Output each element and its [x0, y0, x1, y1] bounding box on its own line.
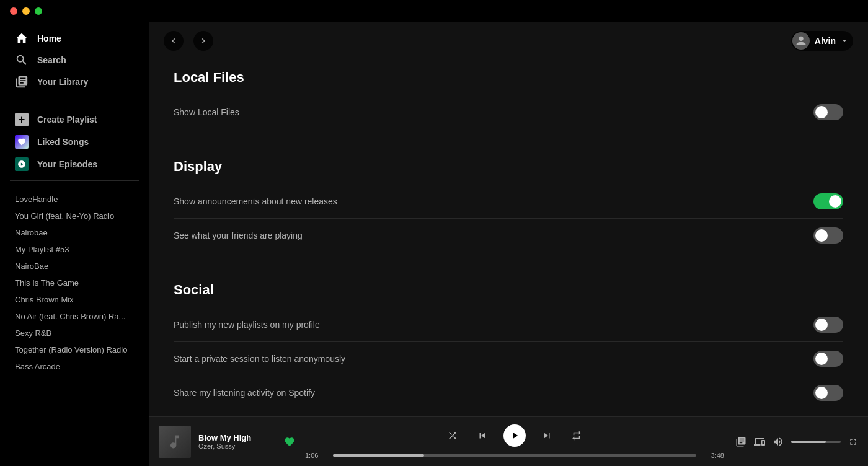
setting-label: Share my listening activity on Spotify [174, 388, 315, 398]
chevron-down-icon [841, 37, 848, 45]
list-item[interactable]: Bass Arcade [0, 358, 149, 375]
heart-icon [15, 135, 29, 149]
queue-button[interactable] [735, 436, 746, 447]
toggle-share-activity[interactable] [813, 385, 843, 401]
shuffle-button[interactable] [444, 427, 461, 444]
setting-label: See what your friends are playing [174, 231, 303, 240]
next-button[interactable] [538, 427, 556, 444]
track-info: Blow My High Ozer, Sussy [198, 433, 277, 450]
player-extras [734, 436, 858, 447]
setting-label: Publish my new playlists on my profile [174, 320, 320, 330]
track-artist: Ozer, Sussy [198, 442, 277, 450]
list-item[interactable]: This Is The Game [0, 275, 149, 291]
control-buttons [444, 424, 585, 447]
list-item[interactable]: Together (Radio Version) Radio [0, 341, 149, 358]
toggle-knob [815, 106, 828, 118]
toggle-see-friends-playing[interactable] [813, 227, 843, 244]
nav-buttons [164, 31, 213, 51]
playlist-list: LoveHandle You Girl (feat. Ne-Yo) Radio … [0, 186, 149, 466]
settings-content: Local Files Show Local Files Display Sho… [149, 59, 868, 416]
sidebar-your-episodes[interactable]: Your Episodes [5, 154, 144, 175]
svg-point-0 [799, 37, 803, 41]
your-episodes-label: Your Episodes [37, 159, 97, 169]
traffic-lights [10, 7, 42, 15]
sidebar-item-search[interactable]: Search [5, 50, 144, 71]
toggle-knob [815, 229, 828, 242]
episodes-icon [15, 157, 29, 171]
user-name: Alvin [815, 36, 836, 46]
nav-back-button[interactable] [164, 31, 184, 51]
toggle-knob [815, 319, 828, 331]
list-item[interactable]: Nairobae [0, 224, 149, 241]
player-track: Blow My High Ozer, Sussy [159, 426, 295, 458]
volume-button[interactable] [773, 436, 784, 447]
liked-songs-label: Liked Songs [37, 137, 89, 147]
create-playlist-label: Create Playlist [37, 115, 97, 125]
minimize-button[interactable] [22, 7, 30, 15]
list-item[interactable]: My Playlist #53 [0, 241, 149, 258]
player-bar: Blow My High Ozer, Sussy [149, 416, 868, 466]
toggle-publish-playlists[interactable] [813, 317, 843, 333]
app-body: Home Search Your Library + Create Playli… [0, 22, 868, 466]
previous-button[interactable] [474, 427, 491, 444]
list-item[interactable]: NairoBae [0, 258, 149, 275]
progress-bar: 1:06 3:48 [305, 452, 724, 459]
sidebar-divider [10, 103, 139, 103]
setting-label: Start a private session to listen anonym… [174, 354, 345, 364]
list-item[interactable]: Sexy R&B [0, 325, 149, 341]
track-name: Blow My High [198, 433, 277, 442]
settings-row: Show Local Files [174, 95, 843, 129]
sidebar-nav: Home Search Your Library [0, 22, 149, 98]
toggle-private-session[interactable] [813, 351, 843, 367]
sidebar-divider-2 [10, 180, 139, 181]
home-icon [15, 32, 29, 45]
toggle-show-local-files[interactable] [813, 104, 843, 120]
sidebar-item-home[interactable]: Home [5, 28, 144, 49]
titlebar [0, 0, 868, 22]
toggle-knob [815, 387, 828, 399]
track-thumbnail [159, 426, 191, 458]
section-title-display: Display [174, 149, 843, 175]
settings-section-display: Display Show announcements about new rel… [174, 149, 843, 252]
settings-row: Show announcements about new releases [174, 185, 843, 219]
play-pause-button[interactable] [503, 424, 526, 447]
section-title-local-files: Local Files [174, 59, 843, 86]
user-profile[interactable]: Alvin [791, 31, 853, 51]
sidebar-item-library[interactable]: Your Library [5, 71, 144, 92]
main-content: Alvin Local Files Show Local Files Displ… [149, 22, 868, 466]
maximize-button[interactable] [35, 7, 42, 15]
setting-label: Show Local Files [174, 107, 239, 117]
volume-fill [791, 441, 826, 443]
toggle-show-announcements[interactable] [813, 193, 843, 209]
sidebar-home-label: Home [37, 33, 61, 43]
sidebar: Home Search Your Library + Create Playli… [0, 22, 149, 466]
setting-label: Show announcements about new releases [174, 196, 337, 206]
volume-track[interactable] [791, 441, 841, 443]
toggle-knob [829, 195, 841, 208]
sidebar-search-label: Search [37, 55, 66, 65]
sidebar-liked-songs[interactable]: Liked Songs [5, 131, 144, 152]
nav-forward-button[interactable] [193, 31, 213, 51]
settings-section-local-files: Local Files Show Local Files [174, 59, 843, 129]
settings-row: Publish my new playlists on my profile [174, 308, 843, 342]
list-item[interactable]: Chris Brown Mix [0, 291, 149, 308]
fullscreen-button[interactable] [848, 437, 858, 447]
settings-row: Show my recently played artists on my pu… [174, 410, 843, 416]
close-button[interactable] [10, 7, 17, 15]
settings-row: See what your friends are playing [174, 219, 843, 252]
settings-section-social: Social Publish my new playlists on my pr… [174, 272, 843, 416]
list-item[interactable]: No Air (feat. Chris Brown) Ra... [0, 308, 149, 325]
sidebar-create-playlist[interactable]: + Create Playlist [5, 109, 144, 130]
player-controls: 1:06 3:48 [305, 424, 724, 459]
plus-icon: + [15, 113, 29, 126]
progress-fill [333, 454, 424, 457]
repeat-button[interactable] [568, 427, 585, 444]
list-item[interactable]: You Girl (feat. Ne-Yo) Radio [0, 208, 149, 224]
list-item[interactable]: LoveHandle [0, 191, 149, 208]
devices-button[interactable] [754, 436, 765, 447]
progress-track[interactable] [333, 454, 696, 457]
settings-row: Start a private session to listen anonym… [174, 342, 843, 376]
search-icon [15, 53, 29, 67]
time-total: 3:48 [702, 452, 724, 459]
like-button[interactable] [284, 436, 295, 447]
